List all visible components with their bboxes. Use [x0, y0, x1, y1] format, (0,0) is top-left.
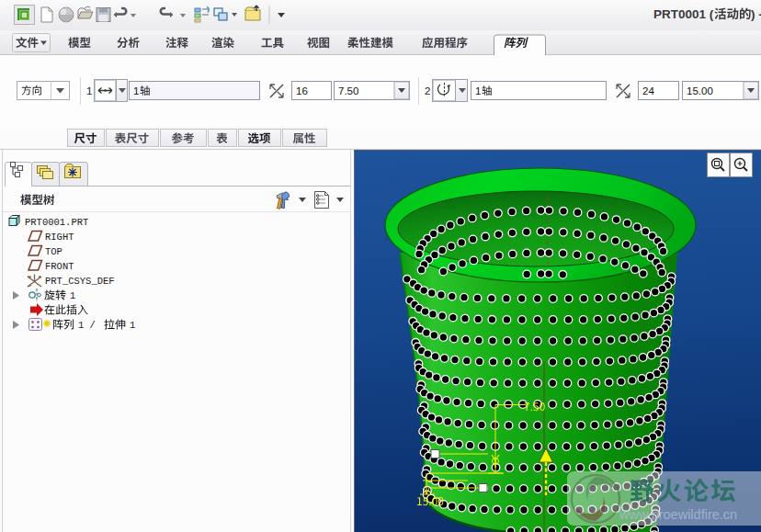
svg-text:24: 24	[642, 85, 654, 96]
svg-text:1: 1	[130, 320, 135, 331]
svg-text:1: 1	[86, 85, 92, 96]
svg-text:FRONT: FRONT	[45, 261, 74, 272]
svg-text:TOP: TOP	[45, 246, 62, 257]
svg-text:www.proewildfire.cn: www.proewildfire.cn	[619, 507, 737, 522]
svg-text:PRT0001 (: PRT0001 (	[653, 7, 714, 21]
svg-text:PRT_CSYS_DEF: PRT_CSYS_DEF	[45, 276, 115, 287]
svg-text:) -: ) -	[751, 7, 761, 21]
svg-text:1: 1	[70, 290, 75, 301]
svg-text:1: 1	[475, 85, 481, 96]
svg-text:PRT0001.PRT: PRT0001.PRT	[25, 217, 88, 228]
svg-text:7.50: 7.50	[338, 85, 358, 96]
svg-text:RIGHT: RIGHT	[45, 232, 74, 243]
svg-text:1: 1	[133, 85, 139, 96]
svg-text:16: 16	[296, 85, 308, 96]
svg-text:15.00: 15.00	[687, 85, 713, 96]
svg-text:2: 2	[425, 85, 430, 96]
svg-text:1 /: 1 /	[78, 320, 96, 331]
